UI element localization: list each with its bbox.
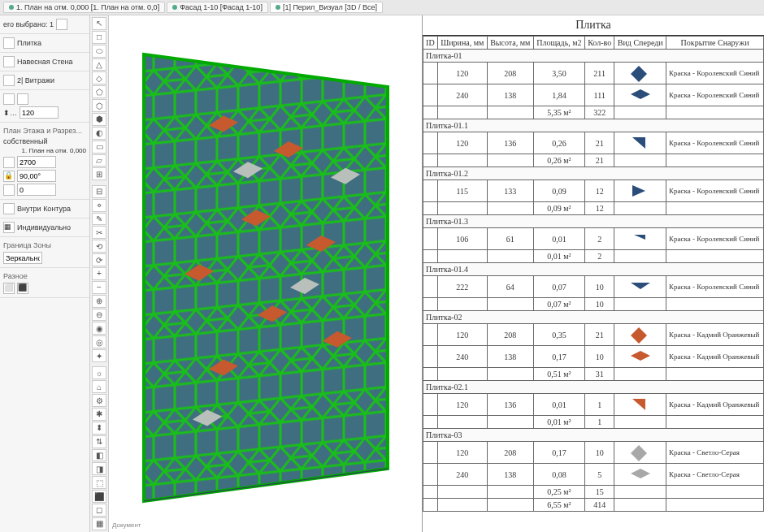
svg-marker-1	[144, 54, 388, 501]
table-row: 222640,0710Краска - Королевский Синий	[423, 276, 764, 298]
tool-button[interactable]: ☼	[92, 366, 106, 379]
tool-button[interactable]: ◧	[92, 449, 106, 462]
cell-height: 64	[487, 276, 533, 298]
tool-button[interactable]: ⊟	[92, 185, 106, 198]
tool-button[interactable]: ▭	[92, 141, 106, 154]
document-tab[interactable]: 1. План на отм. 0,000 [1. План на отм. 0…	[3, 2, 165, 13]
group-id: Плитка-01.3	[423, 215, 764, 228]
tool-button[interactable]: ⚙	[92, 394, 106, 407]
tool-button[interactable]: ✱	[92, 408, 106, 421]
tool-button[interactable]: ⊕	[92, 295, 106, 308]
col-header: Покрытие Снаружи	[666, 37, 764, 50]
sum-area: 0,01 м²	[533, 250, 584, 263]
3d-viewport[interactable]: Документ	[109, 15, 422, 532]
tool-button[interactable]: ⬚	[92, 476, 106, 489]
height-input[interactable]	[17, 156, 56, 168]
tool-button[interactable]: ⬢	[92, 113, 106, 126]
width-input[interactable]	[20, 106, 59, 119]
cell-shape	[614, 464, 666, 486]
sum-qty: 12	[584, 202, 614, 215]
grid2-icon[interactable]: ▦	[3, 222, 15, 233]
svg-marker-18	[632, 185, 645, 197]
cell-shape	[614, 394, 666, 416]
tool-button[interactable]: ⌂	[92, 380, 106, 393]
tool-button[interactable]: ◇	[92, 71, 106, 84]
contour-icon[interactable]	[3, 203, 15, 214]
angle-input[interactable]	[17, 170, 56, 182]
tool-button[interactable]: ⬡	[92, 99, 106, 112]
document-tab[interactable]: Фасад 1-10 [Фасад 1-10]	[167, 2, 268, 13]
schedule-body: Плитка-011202083,50211Краска - Королевск…	[423, 50, 764, 512]
tool-button[interactable]: ⊖	[92, 309, 106, 322]
tool-button[interactable]: ▦	[92, 517, 106, 530]
tool-button[interactable]: ◎	[92, 335, 106, 348]
tool-button[interactable]: ◨	[92, 462, 106, 475]
svg-marker-23	[632, 399, 645, 410]
sum-area: 5,35 м²	[533, 106, 584, 119]
table-row: 1151330,0912Краска - Королевский Синий	[423, 180, 764, 202]
tool-button[interactable]: ⬛	[92, 490, 106, 503]
subtotal-row: 0,07 м²10	[423, 298, 764, 311]
wall-icon[interactable]	[3, 56, 15, 67]
group-id: Плитка-02.1	[423, 381, 764, 394]
tool-button[interactable]: ▱	[92, 154, 106, 167]
sum-area: 0,09 м²	[533, 202, 584, 215]
tool-button[interactable]: □	[92, 31, 106, 44]
schedule-pane: Плитка IDШирина, ммВысота, ммПлощадь, м2…	[422, 15, 764, 532]
cell-id	[423, 346, 438, 368]
cell-qty: 1	[584, 394, 614, 416]
cell-coating: Краска - Королевский Синий	[666, 84, 764, 106]
tool-button[interactable]: ⟳	[92, 253, 106, 266]
subtotal-row: 0,09 м²12	[423, 202, 764, 215]
tool-button[interactable]: ⋄	[92, 199, 106, 212]
tool-icon[interactable]	[3, 37, 15, 49]
mirror-input[interactable]	[3, 252, 42, 264]
tool-button[interactable]: ◉	[92, 322, 106, 335]
layer-icon[interactable]	[3, 75, 15, 86]
cell-coating: Краска - Светло-Серая	[666, 464, 764, 486]
tab-dot-icon	[276, 5, 280, 10]
tool-button[interactable]: ✦	[92, 349, 106, 362]
tool-button[interactable]: ⊞	[92, 167, 106, 180]
angle-icon[interactable]: 🔒	[3, 171, 15, 182]
offset-icon[interactable]	[3, 184, 15, 196]
tool-button[interactable]: ✎	[92, 213, 106, 226]
table-row: 1202083,50211Краска - Королевский Синий	[423, 63, 764, 84]
tool-button[interactable]: ⬍	[92, 422, 106, 435]
geom2-icon[interactable]	[17, 93, 28, 105]
wall-type: Навесная Стена	[17, 58, 73, 66]
tool-button[interactable]: ⬭	[92, 45, 106, 58]
tool-button[interactable]: ◻	[92, 504, 106, 517]
cell-area: 0,26	[533, 132, 584, 154]
layer-name: 2| Витражи	[17, 76, 54, 84]
grid-icon[interactable]	[56, 19, 67, 30]
tool-button[interactable]: ↖	[92, 17, 106, 30]
group-row: Плитка-01.3	[423, 215, 764, 228]
document-tab[interactable]: [1] Перил_Визуал [3D / Все]	[270, 2, 383, 13]
tool-button[interactable]: △	[92, 58, 106, 71]
tool-button[interactable]: ⇅	[92, 435, 106, 448]
tool-button[interactable]: ⬠	[92, 85, 106, 98]
cell-qty: 211	[584, 63, 614, 84]
cell-coating: Краска - Светло-Серая	[666, 442, 764, 464]
cell-id	[423, 63, 438, 84]
group-id: Плитка-01.2	[423, 167, 764, 180]
cell-id	[423, 324, 438, 346]
cell-area: 0,17	[533, 442, 584, 464]
m1-icon[interactable]: ⬜	[3, 283, 15, 294]
level-icon[interactable]	[3, 157, 15, 168]
schedule-title: Плитка	[423, 15, 764, 36]
offset-input[interactable]	[17, 184, 56, 196]
geom-icon[interactable]	[3, 93, 15, 105]
tool-button[interactable]: +	[92, 267, 106, 280]
table-row: 1201360,011Краска - Кадмий Оранжевый	[423, 394, 764, 416]
grand-total-row: 6,55 м²414	[423, 499, 764, 512]
cell-coating: Краска - Кадмий Оранжевый	[666, 324, 764, 346]
tool-button[interactable]: ◐	[92, 127, 106, 140]
tool-button[interactable]: −	[92, 281, 106, 294]
cell-width: 120	[437, 394, 487, 416]
m2-icon[interactable]: ⬛	[17, 283, 28, 294]
tool-button[interactable]: ✂	[92, 226, 106, 239]
tool-button[interactable]: ⟲	[92, 240, 106, 253]
table-row: 106610,012Краска - Королевский Синий	[423, 228, 764, 250]
